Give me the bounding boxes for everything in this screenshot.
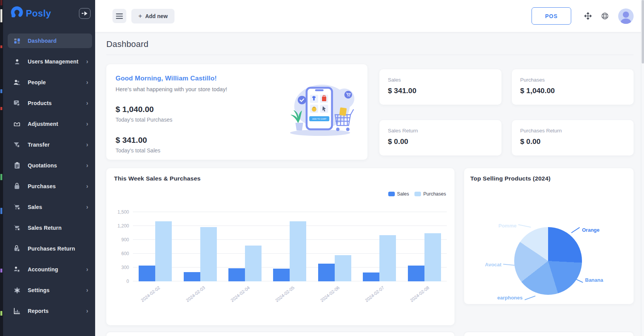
shopping-illustration: ADD TO CART [283, 82, 357, 140]
sidebar-item-accounting[interactable]: Accounting › [8, 262, 92, 277]
sidebar-item-label: Accounting [28, 266, 58, 272]
add-new-label: Add new [145, 13, 168, 19]
legend-item-purchases[interactable]: Purchases [414, 191, 446, 197]
chevron-right-icon: › [86, 204, 88, 210]
sidebar-item-dashboard[interactable]: Dashboard › [8, 33, 92, 48]
sidebar-header: Posly [3, 0, 95, 21]
bar-chart-legend: Sales Purchases [388, 191, 446, 197]
purchases-bar [245, 246, 262, 281]
x-axis-label: 2024-02-08 [409, 285, 430, 303]
purchases-bar [424, 233, 441, 281]
sidebar-item-label: Reports [28, 308, 49, 314]
sales-bar [273, 269, 290, 281]
purchases-bar [290, 221, 306, 281]
sales-bar [408, 266, 424, 281]
purchases-bar [200, 227, 217, 281]
purchases-bar [155, 221, 172, 281]
pos-button[interactable]: POS [532, 7, 571, 25]
hamburger-icon [116, 13, 123, 19]
bar-group: 2024-02-05 [273, 212, 306, 281]
pie-chart-title: Top Selling Products (2024) [470, 175, 627, 182]
sidebar-collapse-toggle-icon[interactable] [79, 8, 91, 19]
posly-logo-icon [10, 6, 23, 21]
clipboard-icon [13, 162, 21, 169]
y-axis-tick: 1,500 [111, 209, 129, 215]
user-avatar[interactable] [618, 8, 634, 24]
chevron-right-icon: › [86, 266, 88, 272]
sidebar-item-purchases-return[interactable]: Purchases Return › [8, 241, 92, 256]
bar-group: 2024-02-08 [408, 212, 441, 281]
sidebar-toggle-button[interactable] [112, 9, 126, 23]
stat-card-purchases-return: Purchases Return $ 0.00 [512, 120, 634, 155]
bar-group: 2024-02-02 [139, 212, 172, 281]
sidebar-item-label: Adjustment [28, 121, 58, 127]
page-scrollbar [641, 0, 644, 336]
sidebar-item-settings[interactable]: Settings › [8, 283, 92, 298]
welcome-card: Good Morning, William Castillo! Here's w… [106, 64, 367, 160]
funnel-icon [13, 141, 21, 149]
sidebar-item-people[interactable]: People › [8, 75, 92, 90]
cart-plus-icon [13, 203, 21, 211]
legend-item-sales[interactable]: Sales [388, 191, 409, 197]
sidebar-item-users-management[interactable]: Users Management › [8, 54, 92, 69]
scrollbar-thumb[interactable] [642, 0, 644, 64]
sidebar-item-label: Sales Return [28, 225, 62, 231]
product-box-icon [13, 99, 21, 107]
legend-label: Purchases [423, 191, 446, 197]
add-new-button[interactable]: + Add new [131, 9, 174, 23]
sidebar-item-sales[interactable]: Sales › [8, 200, 92, 214]
chevron-right-icon: › [86, 59, 88, 65]
pie-label-banana: Banana [573, 277, 603, 283]
stat-value: $ 0.00 [520, 137, 626, 146]
sidebar-item-label: Transfer [28, 142, 50, 148]
sidebar-item-label: Settings [28, 287, 50, 293]
sidebar-item-label: Users Management [28, 59, 79, 65]
sidebar-item-reports[interactable]: Reports › [8, 304, 92, 318]
illustration-add-to-cart-text: ADD TO CART [312, 118, 327, 120]
report-chart-icon [13, 307, 21, 315]
chevron-right-icon: › [86, 287, 88, 293]
bag-icon [13, 182, 21, 190]
purchases-bar [335, 255, 351, 281]
pie-chart-area: Orange Banana earphones Avocat [464, 187, 634, 304]
y-axis-tick: 900 [111, 237, 129, 242]
window-edge-artifact [0, 0, 3, 336]
person-badge-icon [13, 266, 21, 273]
sidebar-item-purchases[interactable]: Purchases › [8, 179, 92, 194]
user-icon [13, 58, 21, 65]
sidebar-item-label: Products [28, 100, 52, 106]
cart-return-icon [13, 224, 21, 232]
app-name: Posly [26, 8, 51, 19]
next-row-cards [106, 332, 634, 336]
plus-icon: + [138, 12, 142, 20]
sidebar-item-adjustment[interactable]: Adjustment › [8, 117, 92, 131]
tray-icon [13, 120, 21, 128]
sidebar-item-label: People [28, 79, 46, 85]
y-axis-tick: 0 [111, 279, 129, 284]
people-icon [13, 79, 21, 86]
pie-label-avocat: Avocat [485, 262, 516, 267]
sidebar-item-products[interactable]: Products › [8, 96, 92, 110]
sidebar-menu: Dashboard › Users Management › [3, 33, 95, 318]
pie-connector-line [524, 296, 535, 300]
avatar-head [623, 12, 629, 18]
sales-bar [318, 264, 335, 281]
dashboard-grid-icon [13, 37, 21, 45]
summary-row: Good Morning, William Castillo! Here's w… [106, 64, 634, 160]
fullscreen-move-icon[interactable] [584, 12, 592, 20]
greeting-text: Good Morning, William Castillo! [116, 75, 358, 82]
pie-label-earphones: earphones [497, 295, 536, 301]
sales-legend-swatch [388, 192, 395, 196]
language-globe-icon[interactable] [601, 12, 609, 20]
sidebar-item-sales-return[interactable]: Sales Return › [8, 221, 92, 235]
bar-group: 2024-02-07 [363, 212, 396, 281]
x-axis-label: 2024-02-03 [185, 285, 206, 303]
sidebar: Posly Dashboard [3, 0, 95, 336]
charts-row: This Week Sales & Purchases Sales Purcha… [106, 168, 634, 325]
sales-bar [139, 266, 155, 281]
chevron-right-icon: › [86, 162, 88, 169]
sidebar-item-quotations[interactable]: Quotations › [8, 158, 92, 173]
partial-card [464, 332, 634, 336]
app-logo[interactable]: Posly [10, 6, 51, 21]
sidebar-item-transfer[interactable]: Transfer › [8, 137, 92, 152]
